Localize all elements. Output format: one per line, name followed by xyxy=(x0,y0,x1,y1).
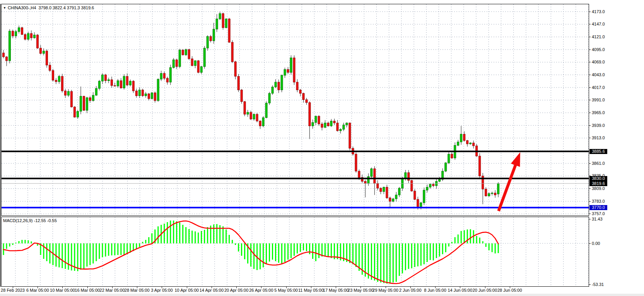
time-axis-label: 20 Apr 05:00 xyxy=(224,288,248,293)
candle xyxy=(346,122,348,127)
candle xyxy=(55,78,57,84)
macd-histogram-bar xyxy=(18,241,19,243)
macd-histogram-bar xyxy=(393,243,394,282)
candle xyxy=(445,162,447,172)
candle xyxy=(367,173,369,186)
candle xyxy=(92,92,94,101)
bear-candle-body xyxy=(126,76,128,85)
macd-histogram-bar xyxy=(495,243,496,253)
bull-candle-body xyxy=(185,50,187,55)
candle xyxy=(108,78,109,83)
candle xyxy=(491,192,493,195)
candle xyxy=(135,89,137,98)
bear-candle-body xyxy=(30,34,32,38)
macd-histogram-bar xyxy=(12,243,13,245)
symbol-quote-label: ▼CHINA300-,H4 3798.0 3822.4 3791.3 3819.… xyxy=(3,5,94,10)
macd-histogram-bar xyxy=(238,243,239,252)
macd-histogram-bar xyxy=(451,242,453,243)
bear-candle-body xyxy=(210,36,212,41)
macd-axis-label: 31.43 xyxy=(592,217,603,222)
candle xyxy=(457,140,459,146)
candle xyxy=(250,111,252,120)
candle xyxy=(302,93,304,103)
bear-candle-body xyxy=(188,50,190,59)
macd-indicator-label: MACD(12,26,9) -12.55 -0.55 xyxy=(3,218,57,223)
macd-histogram-bar xyxy=(303,243,304,250)
macd-histogram-bar xyxy=(492,243,493,252)
time-axis-label: 8 Jun 05:00 xyxy=(424,288,446,293)
candle xyxy=(290,55,292,75)
macd-histogram-bar xyxy=(461,231,462,243)
bear-candle-body xyxy=(24,34,26,39)
macd-histogram-bar xyxy=(15,243,16,243)
price-axis-label: 4121.0 xyxy=(592,34,605,39)
macd-histogram-bar xyxy=(470,229,471,243)
macd-histogram-bar xyxy=(309,243,310,254)
bear-candle-body xyxy=(377,183,379,188)
candle xyxy=(374,166,376,195)
macd-histogram-bar xyxy=(89,243,91,265)
bear-candle-body xyxy=(463,134,465,140)
macd-histogram-bar xyxy=(198,233,199,243)
time-axis-label: 28 Mar 05:00 xyxy=(125,288,150,293)
candle xyxy=(411,180,413,192)
candle xyxy=(73,106,75,118)
bear-candle-body xyxy=(46,51,48,65)
bull-candle-body xyxy=(117,80,119,86)
bear-candle-body xyxy=(228,19,230,42)
time-axis-label: 10 Mar 05:00 xyxy=(50,288,75,293)
time-axis[interactable]: 28 Feb 20236 Mar 05:0010 Mar 05:0016 Mar… xyxy=(1,287,589,294)
bear-candle-body xyxy=(132,81,134,91)
macd-histogram-bar xyxy=(170,221,171,243)
symbol-dropdown-icon[interactable]: ▼ xyxy=(3,6,6,10)
macd-histogram-bar xyxy=(68,243,69,270)
candle xyxy=(265,101,267,118)
bear-candle-body xyxy=(241,90,243,101)
bear-candle-body xyxy=(148,94,150,99)
bear-candle-body xyxy=(358,171,360,177)
macd-name: MACD(12,26,9) xyxy=(3,218,32,223)
price-axis[interactable]: 4173.04147.04121.04095.04069.04043.04017… xyxy=(589,0,644,296)
bull-candle-body xyxy=(383,187,385,192)
candle xyxy=(213,23,215,44)
candle xyxy=(67,89,69,97)
price-axis-label: 4017.0 xyxy=(592,85,605,90)
bull-candle-body xyxy=(497,183,499,194)
macd-histogram-bar xyxy=(321,243,323,257)
bull-candle-body xyxy=(253,114,255,119)
main-chart-canvas[interactable] xyxy=(1,4,589,216)
bear-candle-body xyxy=(222,14,224,27)
bear-candle-body xyxy=(473,143,475,146)
macd-histogram-bar xyxy=(207,227,208,243)
price-axis-label: 3809.0 xyxy=(592,186,605,191)
time-axis-label: 28 Jun 05:00 xyxy=(497,288,522,293)
candle xyxy=(392,198,394,202)
bear-candle-body xyxy=(333,121,335,123)
macd-histogram-bar xyxy=(389,243,391,284)
macd-histogram-bar xyxy=(151,233,152,243)
candle xyxy=(268,92,270,105)
candle xyxy=(36,34,38,49)
macd-axis-tick xyxy=(589,243,591,244)
candle xyxy=(299,89,301,96)
macd-histogram-bar xyxy=(117,243,118,255)
macd-histogram-bar xyxy=(105,243,106,257)
bull-candle-body xyxy=(247,112,249,114)
macd-histogram-bar xyxy=(250,243,251,267)
bear-candle-body xyxy=(3,53,5,57)
candle xyxy=(395,192,397,202)
macd-histogram-bar xyxy=(96,243,97,261)
bear-candle-body xyxy=(309,103,311,126)
price-axis-tick xyxy=(589,125,591,126)
bull-candle-body xyxy=(216,19,218,29)
candle xyxy=(281,74,283,92)
macd-histogram-bar xyxy=(411,243,412,268)
macd-histogram-bar xyxy=(201,231,202,243)
macd-indicator-canvas[interactable] xyxy=(1,217,589,287)
candle xyxy=(114,82,116,86)
up-arrow-annotation[interactable] xyxy=(499,152,520,211)
candle xyxy=(104,74,106,83)
price-axis-tick xyxy=(589,50,591,50)
bull-candle-body xyxy=(67,91,69,95)
macd-histogram-bar xyxy=(71,243,72,270)
